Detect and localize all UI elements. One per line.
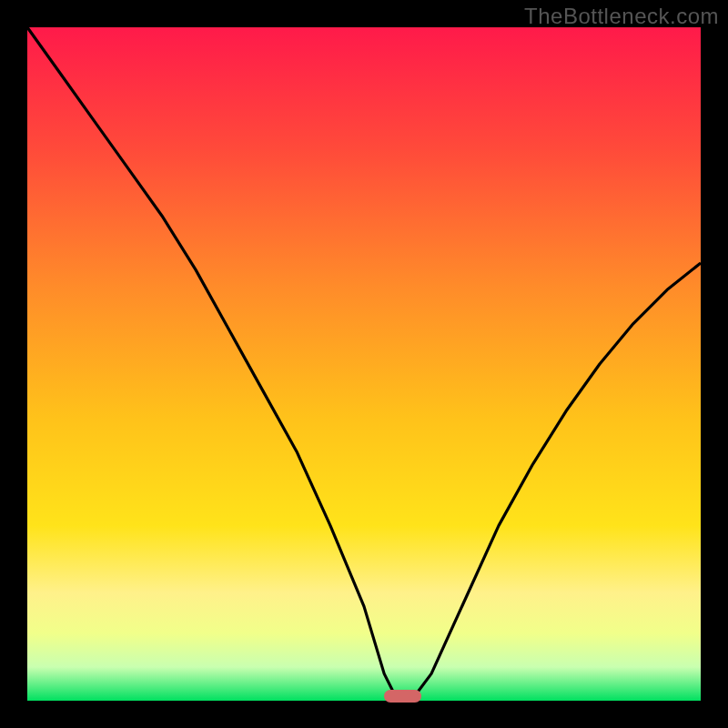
optimal-marker xyxy=(384,690,421,703)
chart-frame: TheBottleneck.com xyxy=(0,0,728,728)
bottleneck-chart xyxy=(0,0,728,728)
watermark-text: TheBottleneck.com xyxy=(524,4,719,29)
